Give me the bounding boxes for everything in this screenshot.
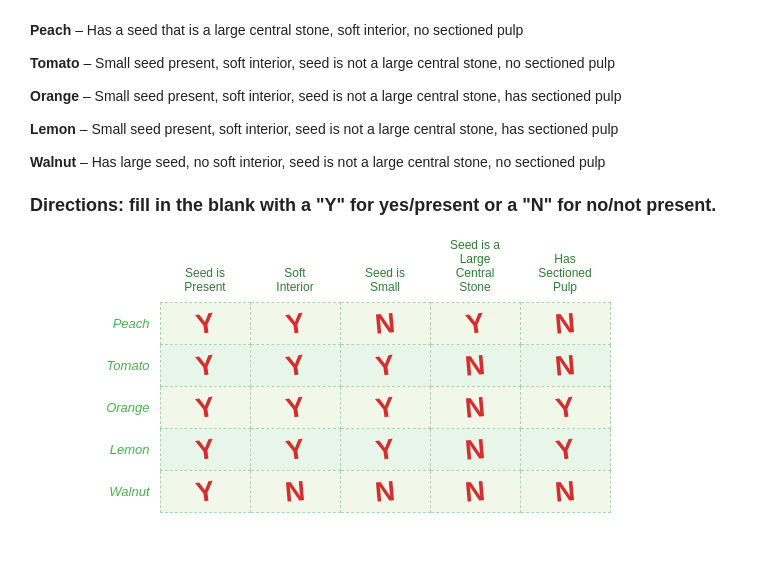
table-cell: N <box>340 303 430 345</box>
table-cell: N <box>430 429 520 471</box>
fruit-description-text: – Small seed present, soft interior, see… <box>80 55 615 71</box>
table-cell: Y <box>250 303 340 345</box>
row-label: Peach <box>90 303 160 345</box>
table-cell: N <box>430 387 520 429</box>
cell-answer: N <box>554 477 577 507</box>
cell-answer: N <box>374 309 397 339</box>
table-row: WalnutYNNNN <box>90 471 610 513</box>
table-row: LemonYYYNY <box>90 429 610 471</box>
fruit-name: Tomato <box>30 55 80 71</box>
cell-answer: Y <box>284 435 306 465</box>
cell-answer: Y <box>194 351 216 381</box>
fruit-description: Peach – Has a seed that is a large centr… <box>30 20 743 41</box>
fruit-description-text: – Small seed present, soft interior, see… <box>76 121 618 137</box>
fruit-description: Orange – Small seed present, soft interi… <box>30 86 743 107</box>
cell-answer: N <box>554 351 577 381</box>
table-cell: N <box>520 303 610 345</box>
table-cell: N <box>430 471 520 513</box>
table-cell: N <box>340 471 430 513</box>
cell-answer: N <box>374 477 397 507</box>
table-cell: Y <box>160 387 250 429</box>
directions-text: Directions: fill in the blank with a "Y"… <box>30 193 743 218</box>
cell-answer: N <box>464 351 487 381</box>
table-cell: Y <box>430 303 520 345</box>
table-cell: Y <box>340 345 430 387</box>
table-cell: Y <box>160 471 250 513</box>
table-column-header: Seed isPresent <box>160 234 250 303</box>
table-cell: N <box>520 345 610 387</box>
fruit-description: Tomato – Small seed present, soft interi… <box>30 53 743 74</box>
table-cell: Y <box>520 387 610 429</box>
cell-answer: Y <box>194 477 216 507</box>
cell-answer: N <box>554 309 577 339</box>
row-label: Walnut <box>90 471 160 513</box>
cell-answer: Y <box>464 309 486 339</box>
table-cell: N <box>430 345 520 387</box>
fruit-description: Lemon – Small seed present, soft interio… <box>30 119 743 140</box>
table-row: PeachYYNYN <box>90 303 610 345</box>
table-column-header: HasSectionedPulp <box>520 234 610 303</box>
cell-answer: Y <box>374 435 396 465</box>
table-cell: N <box>520 471 610 513</box>
table-cell: Y <box>250 387 340 429</box>
table-row: TomatoYYYNN <box>90 345 610 387</box>
cell-answer: N <box>464 393 487 423</box>
cell-answer: Y <box>284 309 306 339</box>
fruit-name: Walnut <box>30 154 76 170</box>
cell-answer: Y <box>374 351 396 381</box>
cell-answer: Y <box>194 393 216 423</box>
fruit-table: Seed isPresentSoftInteriorSeed isSmallSe… <box>90 234 611 513</box>
table-cell: N <box>250 471 340 513</box>
table-wrapper: Seed isPresentSoftInteriorSeed isSmallSe… <box>90 234 743 513</box>
table-cell: Y <box>340 429 430 471</box>
fruit-description-text: – Has large seed, no soft interior, seed… <box>76 154 605 170</box>
cell-answer: N <box>464 477 487 507</box>
table-cell: Y <box>160 303 250 345</box>
cell-answer: Y <box>284 393 306 423</box>
row-label: Lemon <box>90 429 160 471</box>
table-column-header: Seed is aLargeCentralStone <box>430 234 520 303</box>
table-column-header: Seed isSmall <box>340 234 430 303</box>
cell-answer: N <box>464 435 487 465</box>
table-cell: Y <box>250 345 340 387</box>
fruit-description: Walnut – Has large seed, no soft interio… <box>30 152 743 173</box>
table-row: OrangeYYYNY <box>90 387 610 429</box>
table-cell: Y <box>160 345 250 387</box>
cell-answer: Y <box>194 309 216 339</box>
cell-answer: Y <box>554 435 576 465</box>
cell-answer: Y <box>284 351 306 381</box>
descriptions-section: Peach – Has a seed that is a large centr… <box>30 20 743 173</box>
cell-answer: Y <box>554 393 576 423</box>
cell-answer: Y <box>194 435 216 465</box>
table-cell: Y <box>340 387 430 429</box>
row-label: Tomato <box>90 345 160 387</box>
table-cell: Y <box>520 429 610 471</box>
fruit-name: Lemon <box>30 121 76 137</box>
table-column-header: SoftInterior <box>250 234 340 303</box>
table-cell: Y <box>160 429 250 471</box>
cell-answer: Y <box>374 393 396 423</box>
table-cell: Y <box>250 429 340 471</box>
fruit-name: Orange <box>30 88 79 104</box>
fruit-description-text: – Small seed present, soft interior, see… <box>79 88 621 104</box>
fruit-name: Peach <box>30 22 71 38</box>
row-label: Orange <box>90 387 160 429</box>
cell-answer: N <box>284 477 307 507</box>
fruit-description-text: – Has a seed that is a large central sto… <box>71 22 523 38</box>
